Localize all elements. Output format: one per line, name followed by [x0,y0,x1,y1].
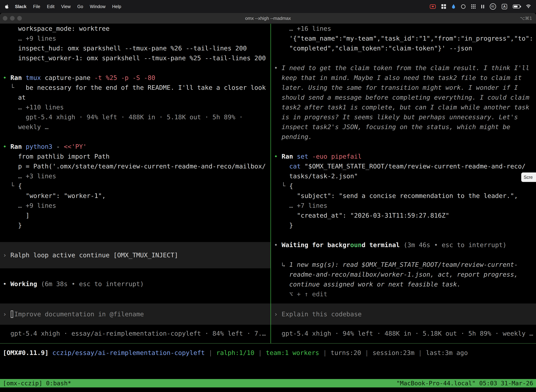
screen-share-tooltip-text: Scre [524,175,533,180]
terminal-line: '{"team_name":"my-team","task_id":"1","f… [271,33,536,43]
terminal-spacer [0,132,270,142]
text-cursor [11,311,13,318]
terminal-line: at [0,93,270,103]
left-pane[interactable]: workspace_mode: worktree … +9 lines insp… [0,24,270,343]
thinking-line: should send a message before completing … [271,93,536,103]
status-segment: ralph:1/10 [216,349,254,356]
menubar-status-icons: 61 A [430,3,533,10]
traffic-lights [3,16,22,21]
battery-icon[interactable] [513,5,520,9]
terminal-line: └ { [271,181,536,191]
screen: { "colors":{"accent_green":"#4caf50","co… [0,0,536,392]
status-segment: | [205,349,216,356]
screen-share-tooltip: Scre [521,173,536,182]
clock-app-icon[interactable] [461,5,465,9]
status-segment: | [415,349,426,356]
minimize-button[interactable] [10,16,14,21]
apple-menu-icon[interactable] [5,4,9,9]
status-segment: [OMX#0.11.9] [3,349,48,356]
input-source-icon[interactable]: A [502,4,507,9]
status-segment [48,349,53,356]
menu-view[interactable]: View [58,4,74,9]
terminal-spacer [0,230,270,242]
menubar: SlackFileEditViewGoWindowHelp 61 A [0,0,536,13]
terminal-spacer [0,63,270,73]
terminal-line: "created_at": "2026-03-31T11:59:27.816Z" [271,210,536,220]
terminal-line: p = Path('.omx/state/team/review-current… [0,161,270,171]
right-pane[interactable]: … +16 lines '{"team_name":"my-team","tas… [271,24,536,343]
ralph-loop-banner[interactable]: › Ralph loop active continue [OMX_TMUX_I… [0,242,270,268]
terminal-spacer [271,299,536,303]
terminal-line: "worker": "worker-1", [0,191,270,201]
status-segment: last:3m ago [426,349,468,356]
edit-hint: ⌥ + ↑ edit [271,289,536,299]
thinking-line: keep that in mind. Maybe I also need the… [271,73,536,83]
status-segment: cczip/essay/ai-reimplementation-copyleft [53,349,205,356]
status-segment: session:23m [373,349,414,356]
status-segment: | [254,349,266,356]
terminal-line: inspect_hud: omx sparkshell --tmux-pane … [0,43,270,53]
thinking-line: • I need to get the claim token from the… [271,63,536,73]
terminal-line: "completed","claim_token":"claim-token"}… [271,43,536,53]
menu-window[interactable]: Window [86,4,109,9]
terminal-line: gpt-5.4 xhigh · 94% left · 488K in · 5.1… [0,112,270,122]
window-titlebar: omx --xhigh --madmax ⌥⌘1 [0,13,536,24]
model-footer: gpt-5.4 xhigh · 94% left · 488K in · 5.1… [271,329,536,338]
terminal-line: weekly … [0,122,270,132]
status-segment: turns:20 [330,349,361,356]
terminal-spacer [271,325,536,329]
dots-grid-icon[interactable] [471,4,476,9]
zoom-button[interactable] [17,16,22,21]
terminal-line: } [271,220,536,230]
omx-status-line: [OMX#0.11.9] cczip/essay/ai-reimplementa… [0,348,536,358]
menu-go[interactable]: Go [74,4,86,9]
tmux-host-time: "MacBook-Pro-44.local" 05:03 31-Mar-26 [396,380,533,387]
terminal-spacer [271,250,536,260]
terminal-line: cat "$OMX_TEAM_STATE_ROOT/team/review-cu… [271,161,536,171]
status-segment: | [319,349,330,356]
window-grid-icon[interactable] [441,4,446,9]
screen-recording-indicator-icon[interactable] [430,5,436,9]
terminal-line: … +16 lines [271,24,536,33]
input-source-letter: A [503,5,506,9]
battery-percent-text: 61 [491,5,494,8]
thinking-line: is in progress? It seems likely but perh… [271,112,536,122]
terminal-line: … +9 lines [0,201,270,210]
tmux-window-label[interactable]: [omx-cczip] 0:bash* [3,380,71,387]
terminal-line: └ be necessary for the end of the README… [0,83,270,93]
close-button[interactable] [3,16,7,21]
prompt-input[interactable]: › Improve documentation in @filename [0,303,270,325]
pane-border-horizontal [0,343,536,344]
status-segment: team:1 workers [266,349,319,356]
terminal-line: └ { [0,181,270,191]
terminal-spacer [271,230,536,240]
wifi-icon[interactable] [526,5,531,9]
menu-edit[interactable]: Edit [44,4,58,9]
terminal-line: from pathlib import Path [0,152,270,161]
terminal-line: tasks/task-2.json" [271,171,536,181]
terminal-line: "subject": "send a concise recommendatio… [271,191,536,201]
terminal-spacer [0,325,270,329]
mailbox-message: readme-and-reco/mailbox/worker-1.json, a… [271,270,536,280]
battery-percent-badge[interactable]: 61 [490,3,496,10]
menu-file[interactable]: File [30,4,43,9]
menu-help[interactable]: Help [109,4,124,9]
thinking-line: later. Using the same for transition mig… [271,83,536,93]
tmux-status-bar: [omx-cczip] 0:bash* "MacBook-Pro-44.loca… [0,379,536,387]
window-shortcut-hint: ⌥⌘1 [520,16,536,21]
mailbox-message: continue assigned work or next feasible … [271,280,536,289]
terminal-line: inspect_worker-1: omx sparkshell --tmux-… [0,53,270,63]
stats-bars-icon[interactable] [481,5,484,9]
terminal-spacer [271,53,536,63]
mailbox-message: ↳ 1 new msg(s): read $OMX_TEAM_STATE_ROO… [271,260,536,270]
waiting-status-line: • Waiting for background terminal (3m 46… [271,240,536,250]
prompt-input[interactable]: › Explain this codebase [271,303,536,325]
terminal-line: … +110 lines [0,103,270,112]
terminal-line: … +7 lines [271,201,536,210]
terminal-spacer [0,268,270,279]
command-line: • Ran tmux capture-pane -t %25 -p -S -80 [0,73,270,83]
menubar-menus: SlackFileEditViewGoWindowHelp [12,4,124,9]
menu-slack[interactable]: Slack [12,4,30,9]
drop-icon[interactable] [452,4,455,9]
terminal-line: workspace_mode: worktree [0,24,270,33]
